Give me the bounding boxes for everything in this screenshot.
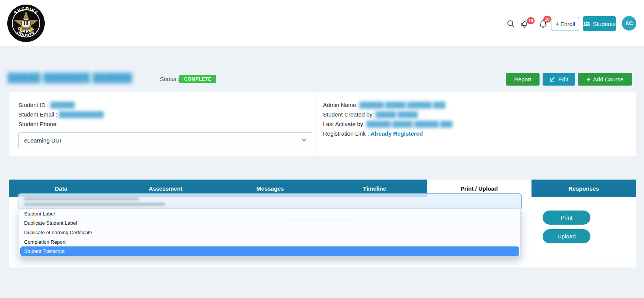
option-student-transcript-selected[interactable]: Student Transcript: [20, 246, 519, 256]
add-course-button-label: Add Course: [593, 76, 623, 83]
student-email-label: Student Email :: [18, 111, 57, 118]
megaphone-notification-badge[interactable]: 10: [527, 17, 535, 24]
sheriff-clarke-county-logo: GEORGIA SHERIFF CLARKE COUNTY: [7, 4, 45, 42]
ghost-label-redacted: [24, 202, 165, 206]
report-button[interactable]: Report: [506, 73, 540, 86]
document-select-focused[interactable]: [18, 193, 522, 209]
enroll-button-label: Enroll: [560, 21, 575, 27]
report-button-label: Report: [514, 76, 531, 83]
document-select-open-dropdown: Student Label Duplicate Student Label Du…: [18, 193, 522, 257]
add-course-button[interactable]: + Add Course: [578, 73, 632, 86]
students-group-icon: [583, 21, 590, 27]
students-button-label: Students: [593, 21, 615, 27]
option-duplicate-student-label[interactable]: Duplicate Student Label: [19, 219, 520, 228]
document-select-options: Student Label Duplicate Student Label Du…: [19, 208, 521, 257]
last-activate-label: Last Activate by:: [323, 121, 365, 127]
status-label: Status :: [160, 76, 179, 82]
student-name-redacted: █████ ███████ ██████: [8, 73, 132, 83]
option-student-label[interactable]: Student Label: [19, 209, 520, 219]
upload-button[interactable]: Upload: [543, 229, 590, 243]
registration-link-value[interactable]: Already Registered: [370, 130, 423, 137]
admin-name-label: Admin Name:: [323, 102, 358, 108]
edit-button[interactable]: Edit: [543, 73, 575, 86]
student-phone-label: Student Phone:: [18, 121, 58, 127]
user-avatar[interactable]: AC: [622, 16, 636, 31]
enroll-button[interactable]: + Enroll: [551, 17, 579, 31]
student-id-value-redacted: ██████: [50, 102, 75, 108]
bell-notification-badge[interactable]: 10: [543, 16, 551, 23]
plus-icon: +: [555, 21, 559, 28]
card-divider: [316, 92, 316, 157]
option-duplicate-elearning-certificate[interactable]: Duplicate eLearning Certificate: [19, 228, 520, 237]
student-info-card: Student ID : ██████ Student Email : ████…: [9, 92, 636, 157]
created-by-value-redacted: █████ █████: [376, 111, 418, 118]
student-id-label: Student ID :: [18, 102, 49, 108]
edit-pencil-icon: [549, 76, 556, 83]
chevron-down-icon: [302, 139, 307, 142]
option-completion-report[interactable]: Completion Report: [19, 237, 520, 247]
plus-icon: +: [587, 76, 590, 83]
search-icon[interactable]: [507, 19, 515, 28]
last-activate-value-redacted: ██████ █████ ██████ ███: [366, 121, 452, 127]
edit-button-label: Edit: [558, 76, 568, 83]
admin-name-value-redacted: ██████ █████ ██████ ███: [359, 102, 445, 108]
created-by-label: Student Created by:: [323, 111, 374, 118]
student-email-value-redacted: ███████████: [59, 111, 104, 118]
upload-button-label: Upload: [558, 233, 576, 240]
print-button[interactable]: Print: [543, 211, 590, 225]
students-button[interactable]: Students: [583, 16, 616, 31]
status-badge: COMPLETE: [179, 75, 216, 83]
course-select[interactable]: eLearning DUI: [18, 132, 312, 148]
course-select-value: eLearning DUI: [24, 137, 61, 144]
print-button-label: Print: [561, 214, 572, 221]
tab-responses[interactable]: Responses: [532, 180, 636, 197]
app-header: GEORGIA SHERIFF CLARKE COUNTY 10 10 + En…: [0, 0, 644, 47]
ghost-label-redacted: [24, 197, 139, 201]
registration-link-label: Registration Link :: [323, 130, 369, 137]
